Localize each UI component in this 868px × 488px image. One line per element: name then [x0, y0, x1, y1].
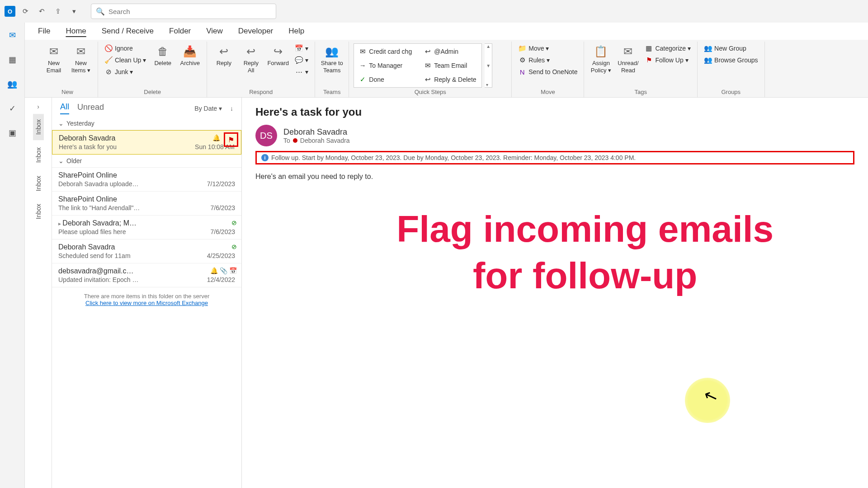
expand-folder-pane[interactable]: ›	[35, 101, 41, 112]
qs-credit-card[interactable]: ✉Credit card chg	[357, 45, 414, 58]
message-preview: Updated invitation: Epoch …	[58, 276, 138, 283]
mail-rail-icon[interactable]: ✉	[6, 29, 18, 41]
more-apps-rail-icon[interactable]: ▣	[6, 127, 18, 139]
junk-button[interactable]: ⊘Junk ▾	[103, 67, 148, 77]
main-area: › Inbox Inbox Inbox Inbox All Unread By …	[25, 98, 868, 488]
qs-admin[interactable]: ↩@Admin	[422, 45, 479, 58]
qs-to-manager[interactable]: →To Manager	[357, 59, 414, 72]
group-yesterday[interactable]: ⌄Yesterday	[52, 117, 241, 130]
message-sender: Deborah Savadra	[59, 134, 235, 142]
ribbon-group-delete: 🚫Ignore 🧹Clean Up ▾ ⊘Junk ▾ 🗑Delete 📥Arc…	[98, 42, 207, 97]
send-all-icon[interactable]: ⇪	[52, 5, 64, 18]
filter-unread[interactable]: Unread	[77, 103, 104, 114]
sender-name: Deborah Savadra	[283, 127, 350, 137]
filter-all[interactable]: All	[60, 102, 69, 114]
left-rail: ✉ ▦ 👥 ✓ ▣	[0, 23, 25, 488]
sort-direction-icon[interactable]: ↓	[230, 105, 233, 112]
undo-icon[interactable]: ↶	[35, 5, 48, 18]
group-label-respond: Respond	[212, 88, 310, 97]
tab-developer[interactable]: Developer	[237, 24, 274, 38]
new-group-button[interactable]: 👥New Group	[702, 43, 760, 53]
message-item-4[interactable]: ⊘ Deborah Savadra Scheduled send for 11a…	[52, 239, 241, 263]
unread-read-button[interactable]: ✉Unread/ Read	[616, 43, 640, 75]
ribbon-group-teams: 👥Share to Teams Teams	[315, 42, 349, 97]
menu-tabs: File Home Send / Receive Folder View Dev…	[0, 23, 868, 40]
broom-icon: 🧹	[104, 56, 113, 64]
to-name: Deborah Savadra	[300, 137, 350, 144]
envelope-icon: ✉	[46, 44, 62, 59]
new-items-button[interactable]: ✉ New Items ▾	[69, 43, 93, 75]
ignore-button[interactable]: 🚫Ignore	[103, 43, 148, 53]
group-older[interactable]: ⌄Older	[52, 155, 241, 168]
share-teams-button[interactable]: 👥Share to Teams	[320, 43, 344, 75]
forward-icon: →	[359, 61, 367, 70]
move-button[interactable]: 📁Move ▾	[516, 43, 579, 53]
tab-help[interactable]: Help	[288, 24, 305, 38]
envelope-stack-icon: ✉	[73, 44, 89, 59]
calendar-rail-icon[interactable]: ▦	[6, 54, 18, 66]
check-icon: ✓	[359, 75, 367, 84]
ribbon-group-tags: 📋Assign Policy ▾ ✉Unread/ Read ▦Categori…	[584, 42, 698, 97]
tab-sendreceive[interactable]: Send / Receive	[101, 24, 155, 38]
qs-scroll[interactable]: ▲▼▾	[485, 43, 492, 88]
tab-folder[interactable]: Folder	[168, 24, 192, 38]
view-more-link[interactable]: Click here to view more on Microsoft Exc…	[85, 300, 208, 306]
chat-icon: 💬	[295, 56, 303, 64]
folder-footer: There are more items in this folder on t…	[52, 287, 241, 312]
folder-move-icon: 📁	[518, 44, 526, 52]
search-box[interactable]: 🔍	[91, 4, 276, 19]
message-sender: Deborah Savadra	[58, 243, 235, 251]
tab-view[interactable]: View	[205, 24, 224, 38]
overlay-caption: Flag incoming emails for follow-up	[396, 206, 774, 299]
categorize-button[interactable]: ▦Categorize ▾	[643, 43, 693, 53]
folder-pane: › Inbox Inbox Inbox Inbox	[25, 98, 52, 488]
presence-dot	[293, 138, 297, 143]
customize-qat-icon[interactable]: ▾	[68, 5, 80, 18]
people-rail-icon[interactable]: 👥	[6, 78, 18, 90]
delete-button[interactable]: 🗑Delete	[151, 43, 175, 68]
rules-icon: ⚙	[518, 56, 526, 64]
inbox-tab-2[interactable]: Inbox	[33, 142, 44, 168]
message-item-5[interactable]: 🔔📎📅 debsavadra@gmail.c… Updated invitati…	[52, 263, 241, 287]
cleanup-button[interactable]: 🧹Clean Up ▾	[103, 55, 148, 65]
more-respond-button[interactable]: ⋯▾	[293, 67, 310, 77]
message-item-1[interactable]: SharePoint Online Deborah Savadra upload…	[52, 168, 241, 192]
inbox-tab-4[interactable]: Inbox	[33, 198, 44, 225]
flag-icon[interactable]: ⚑	[228, 136, 234, 144]
search-input[interactable]	[108, 8, 271, 15]
qs-reply-delete[interactable]: ↩Reply & Delete	[422, 73, 479, 86]
sort-by-date[interactable]: By Date ▾	[194, 105, 222, 112]
meeting-reply-button[interactable]: 📅▾	[293, 43, 310, 53]
message-item-2[interactable]: SharePoint Online The link to "Hand Aren…	[52, 192, 241, 216]
chevron-down-icon: ⌄	[58, 157, 64, 164]
qs-team-email[interactable]: ✉Team Email	[422, 59, 479, 72]
reply-button[interactable]: ↩Reply	[212, 43, 236, 68]
info-icon: i	[261, 154, 269, 161]
tab-home[interactable]: Home	[65, 24, 87, 38]
browse-groups-button[interactable]: 👥Browse Groups	[702, 55, 760, 65]
reply-all-button[interactable]: ↩Reply All	[239, 43, 263, 75]
rules-button[interactable]: ⚙Rules ▾	[516, 55, 579, 65]
inbox-tab-1[interactable]: Inbox	[33, 114, 44, 140]
assign-policy-button[interactable]: 📋Assign Policy ▾	[589, 43, 613, 75]
message-item-0[interactable]: Deborah Savadra Here's a task for youSun…	[52, 130, 241, 155]
followup-button[interactable]: ⚑Follow Up ▾	[643, 55, 693, 65]
todo-rail-icon[interactable]: ✓	[6, 103, 18, 114]
policy-icon: 📋	[593, 44, 609, 59]
qs-done[interactable]: ✓Done	[357, 73, 414, 86]
inbox-tab-3[interactable]: Inbox	[33, 170, 44, 197]
message-item-3[interactable]: ⊘ ▸ Deborah Savadra; M… Please upload fi…	[52, 216, 241, 239]
group-label-delete: Delete	[103, 88, 202, 97]
refresh-icon[interactable]: ⟳	[19, 5, 32, 18]
forward-button[interactable]: ↪Forward	[266, 43, 290, 68]
group-label-teams: Teams	[320, 88, 344, 97]
archive-button[interactable]: 📥Archive	[178, 43, 202, 68]
junk-icon: ⊘	[104, 68, 113, 76]
forward-icon: ↪	[270, 44, 286, 59]
message-sender: debsavadra@gmail.c…	[58, 267, 235, 275]
onenote-button[interactable]: NSend to OneNote	[516, 67, 579, 77]
new-email-button[interactable]: ✉ New Email	[42, 43, 66, 75]
trash-icon: 🗑	[155, 44, 171, 59]
im-reply-button[interactable]: 💬▾	[293, 55, 310, 65]
tab-file[interactable]: File	[37, 24, 51, 38]
